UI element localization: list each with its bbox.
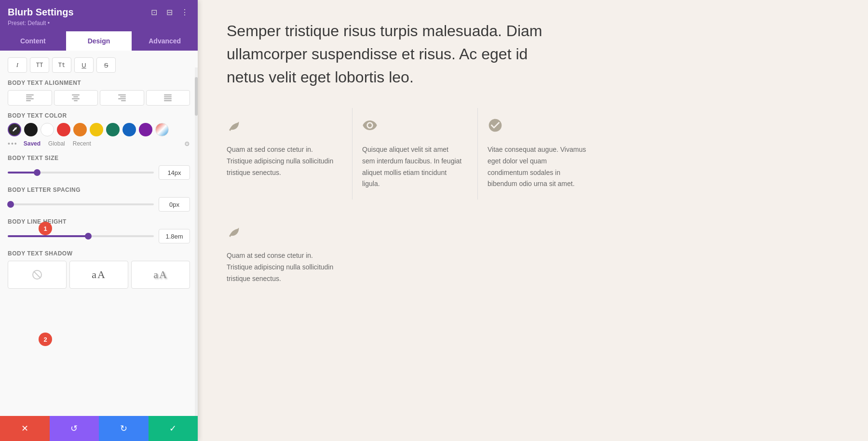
save-button[interactable]: ✓ — [149, 416, 198, 441]
custom-swatch[interactable] — [155, 123, 169, 136]
cards-row2: Quam at sed conse ctetur in. Tristique a… — [227, 214, 603, 294]
card-3-icon — [488, 118, 588, 136]
line-height-slider-row: 1.8em — [8, 229, 190, 243]
green-swatch[interactable] — [106, 123, 120, 136]
white-swatch[interactable] — [41, 123, 54, 136]
text-size-slider-row: 14px — [8, 165, 190, 180]
recent-tab[interactable]: Recent — [71, 139, 93, 148]
panel-header: Blurb Settings ⊡ ⊟ ⋮ Preset: Default • — [0, 0, 198, 31]
card-2-icon — [362, 118, 463, 136]
color-tabs-row: ••• Saved Global Recent ⚙ — [8, 139, 190, 148]
shadow-label: Body Text Shadow — [8, 250, 190, 257]
global-tab[interactable]: Global — [46, 139, 67, 148]
orange-swatch[interactable] — [73, 123, 87, 136]
step-circle-2: 2 — [39, 333, 52, 346]
strikethrough-button[interactable]: S — [96, 57, 116, 73]
align-left-button[interactable] — [8, 90, 52, 106]
reset-button[interactable]: ↺ — [50, 416, 99, 441]
purple-swatch[interactable] — [139, 123, 152, 136]
tab-design[interactable]: Design — [66, 31, 132, 51]
text-size-value[interactable]: 14px — [159, 165, 190, 180]
more-icon[interactable]: ⋮ — [179, 7, 190, 18]
line-height-section: Body Line Height 1.8em — [8, 218, 190, 243]
letter-spacing-track[interactable] — [8, 203, 154, 205]
panel-body: I TT Tt U S Body Text Alignment — [0, 51, 198, 416]
blue-swatch[interactable] — [122, 123, 136, 136]
shadow-options: aA aA — [8, 261, 190, 289]
panel-tabs: Content Design Advanced — [0, 31, 198, 51]
underline-button[interactable]: U — [74, 57, 94, 73]
letter-spacing-slider-row: 0px — [8, 197, 190, 212]
card-row2-1-icon — [227, 224, 338, 242]
card-3: Vitae consequat augue. Vivamus eget dolo… — [477, 108, 603, 200]
text-size-label: Body Text Size — [8, 155, 190, 161]
step-circle-1: 1 — [39, 222, 52, 235]
scroll-thumb[interactable] — [195, 77, 198, 116]
line-height-label: Body Line Height — [8, 218, 190, 225]
card-2: Quisque aliquet velit sit amet sem inter… — [352, 108, 477, 200]
tab-advanced[interactable]: Advanced — [132, 31, 198, 51]
shadow-section: Body Text Shadow aA aA — [8, 250, 190, 289]
alignment-row — [8, 90, 190, 106]
align-justify-button[interactable] — [146, 90, 190, 106]
letter-spacing-thumb[interactable] — [7, 201, 14, 208]
card-row2-1: Quam at sed conse ctetur in. Tristique a… — [227, 214, 352, 294]
card-1: Quam at sed conse ctetur in. Tristique a… — [227, 108, 352, 200]
svg-line-1 — [34, 271, 41, 278]
line-height-track[interactable] — [8, 235, 154, 237]
redo-button[interactable]: ↻ — [99, 416, 149, 441]
black-swatch[interactable] — [24, 123, 38, 136]
hero-text: Semper tristique risus turpis malesuada.… — [227, 19, 555, 89]
scrollbar[interactable] — [195, 67, 198, 416]
tt-small-button[interactable]: Tt — [52, 57, 71, 73]
letter-spacing-value[interactable]: 0px — [159, 197, 190, 212]
text-size-track[interactable] — [8, 172, 154, 174]
tab-content[interactable]: Content — [0, 31, 66, 51]
shadow-option-1[interactable]: aA — [69, 261, 128, 289]
split-icon[interactable]: ⊟ — [164, 7, 175, 18]
saved-tab[interactable]: Saved — [22, 139, 42, 148]
red-swatch[interactable] — [57, 123, 70, 136]
alignment-label: Body Text Alignment — [8, 80, 190, 86]
line-height-thumb[interactable] — [85, 233, 92, 240]
content-area: Semper tristique risus turpis malesuada.… — [198, 0, 868, 441]
card-3-text: Vitae consequat augue. Vivamus eget dolo… — [488, 144, 588, 190]
more-swatches-button[interactable]: ••• — [8, 140, 18, 147]
card-1-icon — [227, 118, 338, 136]
card-1-text: Quam at sed conse ctetur in. Tristique a… — [227, 144, 338, 178]
shadow-option-2[interactable]: aA — [131, 261, 190, 289]
color-section: Body Text Color ••• Saved Global Rece — [8, 112, 190, 148]
panel-title: Blurb Settings — [8, 7, 74, 18]
eyedropper-swatch[interactable] — [8, 123, 21, 136]
preset-label[interactable]: Preset: Default • — [8, 20, 190, 27]
cancel-button[interactable]: ✕ — [0, 416, 50, 441]
tt-caps-button[interactable]: TT — [30, 57, 49, 73]
settings-panel: Blurb Settings ⊡ ⊟ ⋮ Preset: Default • C… — [0, 0, 198, 441]
no-shadow-option[interactable] — [8, 261, 67, 289]
color-settings-icon[interactable]: ⚙ — [184, 140, 190, 147]
letter-spacing-section: Body Letter Spacing 0px — [8, 187, 190, 212]
text-size-section: Body Text Size 14px — [8, 155, 190, 180]
text-size-thumb[interactable] — [34, 169, 41, 176]
align-center-button[interactable] — [54, 90, 98, 106]
line-height-value[interactable]: 1.8em — [159, 229, 190, 243]
align-right-button[interactable] — [100, 90, 144, 106]
card-2-text: Quisque aliquet velit sit amet sem inter… — [362, 144, 463, 190]
color-label: Body Text Color — [8, 112, 190, 119]
header-icons: ⊡ ⊟ ⋮ — [149, 7, 190, 18]
line-height-fill — [8, 235, 88, 237]
text-size-fill — [8, 172, 37, 174]
yellow-swatch[interactable] — [90, 123, 103, 136]
italic-button[interactable]: I — [8, 57, 27, 73]
cards-grid: Quam at sed conse ctetur in. Tristique a… — [227, 108, 603, 200]
screenshot-icon[interactable]: ⊡ — [149, 7, 159, 18]
color-swatches — [8, 123, 190, 136]
panel-toolbar: ✕ ↺ ↻ ✓ — [0, 416, 198, 441]
card-row2-1-text: Quam at sed conse ctetur in. Tristique a… — [227, 250, 338, 284]
format-row: I TT Tt U S — [8, 57, 190, 73]
letter-spacing-label: Body Letter Spacing — [8, 187, 190, 193]
